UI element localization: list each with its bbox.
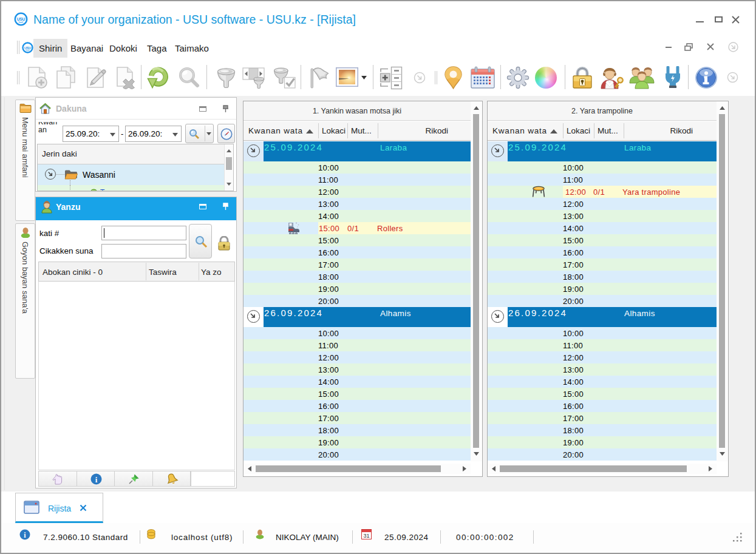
svg-text:USU: USU — [24, 46, 31, 50]
svg-text:31: 31 — [363, 533, 369, 539]
svg-text:USU: USU — [17, 17, 26, 21]
svg-text:i: i — [95, 475, 97, 484]
